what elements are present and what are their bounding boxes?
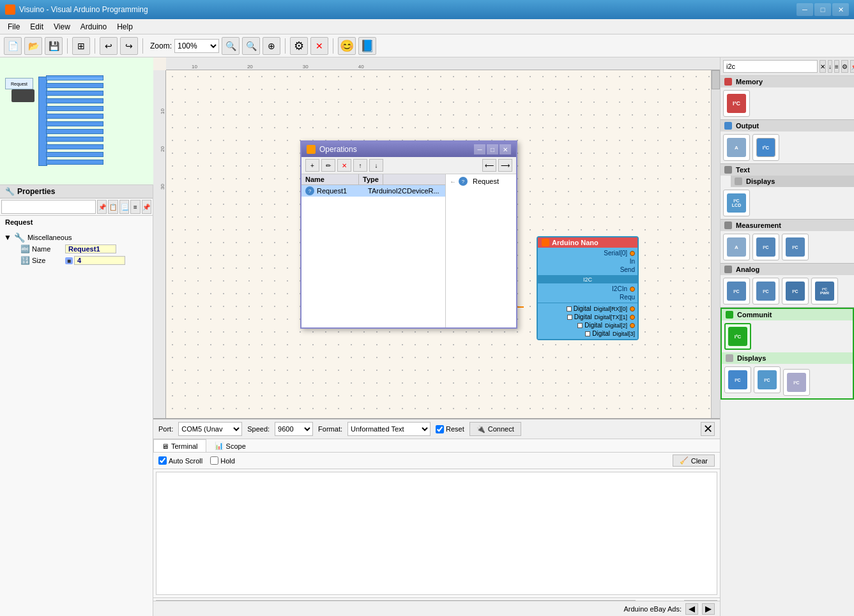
component-search-input[interactable] [723,60,818,73]
zoom-out-button[interactable]: 🔍 [242,37,260,55]
props-copy-btn[interactable]: 📋 [108,200,118,214]
output-analog-item[interactable]: A [723,134,750,161]
menu-view[interactable]: View [49,21,75,33]
section-displays-title[interactable]: Displays [731,176,854,187]
hold-checkbox[interactable] [210,456,218,465]
open-button[interactable]: 📂 [24,37,42,55]
digital-rx-check[interactable] [567,306,572,312]
arduino-nano-component[interactable]: Arduino Nano Serial[0] In Send I2C [537,236,639,340]
dialog-down-btn[interactable]: ↓ [369,159,383,172]
ads-next-btn[interactable]: ▶ [702,603,715,615]
save-button[interactable]: 💾 [45,37,63,55]
dialog-row-0[interactable]: ? Request1 TArduinoI2CDeviceR... [301,185,445,197]
comm-disp-2-item[interactable]: I²C [754,366,781,393]
zoom-fit-button[interactable]: ⊕ [263,37,280,55]
minimize-button[interactable]: ─ [797,3,813,16]
props-pin-btn[interactable]: 📌 [97,200,107,214]
section-text-title[interactable]: Text [721,164,854,176]
section-memory-title[interactable]: Memory [721,76,854,87]
dialog-maximize-btn[interactable]: □ [487,144,498,154]
dialog-close-btn[interactable]: ✕ [499,144,511,154]
props-search-input[interactable] [1,200,96,214]
analog-i2c1-item[interactable]: I²C [723,278,750,304]
dialog-title-left: Operations [307,145,357,154]
dialog-up-btn[interactable]: ↑ [353,159,367,172]
dialog-edit-btn[interactable]: ✏ [321,159,335,172]
section-analog-title[interactable]: Analog [721,264,854,275]
search-filter-btn[interactable]: ≡ [834,60,839,73]
serial-output[interactable] [156,472,717,595]
ads-prev-btn[interactable]: ◀ [685,603,698,615]
menu-help[interactable]: Help [112,21,138,33]
undo-button[interactable]: ↩ [100,37,118,55]
dialog-minimize-btn[interactable]: ─ [474,144,485,154]
grid-button[interactable]: ⊞ [72,37,90,55]
preview-line-4 [46,98,103,103]
dialog-insert-btn[interactable]: ⟶ [498,159,512,172]
tab-terminal[interactable]: 🖥 Terminal [153,439,206,452]
meas-analog-item[interactable]: A [723,234,750,260]
text-i2c-lcd-item[interactable]: I²CLCD [723,190,750,216]
props-list-btn[interactable]: ≡ [130,200,140,214]
arduino-send-port: Send [538,266,637,274]
autoscroll-checkbox[interactable] [158,456,167,465]
digital-2-check[interactable] [577,323,583,328]
analog-i2c1-icon: I²C [727,282,746,301]
redo-button[interactable]: ↪ [120,37,138,55]
analog-i2c3-item[interactable]: I²C [782,278,809,304]
comm-disp-3-item[interactable]: I²C [783,369,810,396]
section-output-title[interactable]: Output [721,120,854,131]
clear-button[interactable]: 🧹 Clear [673,454,715,467]
compile-button[interactable]: ⚙ [290,37,308,55]
section-comm-displays-title[interactable]: Displays [722,352,853,364]
help-btn[interactable]: 📘 [358,37,376,55]
output-i2c-item[interactable]: I²C [752,134,779,161]
dialog-title-bar[interactable]: Operations ─ □ ✕ [301,142,516,157]
dialog-delete-btn[interactable]: ✕ [337,159,351,172]
analog-i2c4-item[interactable]: I²CPWR [811,278,838,304]
preview-line-3 [46,91,103,96]
digital-2-label: Digital[2] [605,322,627,329]
text-display-items: I²CLCD [721,187,854,219]
digital-tx-label: Digital[TX][1] [594,314,627,320]
digital-3-check[interactable] [585,331,590,336]
meas-i2c1-item[interactable]: I²C [752,234,779,260]
search-clear-btn[interactable]: ✕ [820,60,826,73]
connect-button[interactable]: 🔌 Connect [469,422,521,436]
section-measurement-title[interactable]: Measurement [721,220,854,231]
tab-scope[interactable]: 📊 Scope [206,439,254,452]
dialog-move-btn[interactable]: ⟵ [482,159,496,172]
port-select[interactable]: COM5 (Unav [178,422,242,436]
app-icon [5,4,15,15]
section-community-title[interactable]: Communit [722,309,853,320]
digital-tx-check[interactable] [567,315,572,320]
close-button[interactable]: ✕ [832,3,849,16]
analog-i2c2-item[interactable]: I²C [752,278,779,304]
scroll-v-thumb[interactable] [712,70,720,89]
maximize-button[interactable]: □ [814,3,831,16]
properties-label: Properties [17,187,55,196]
reset-checkbox[interactable] [436,425,444,433]
menu-file[interactable]: File [3,21,25,33]
disconnect-button[interactable]: ✕ [701,422,715,436]
new-button[interactable]: 📄 [4,37,22,55]
format-select[interactable]: Unformatted Text Hex [347,422,431,436]
menu-edit[interactable]: Edit [25,21,49,33]
zoom-select[interactable]: 100% 75% 125% [174,39,219,53]
community-i2c-item[interactable]: I²C [724,323,751,350]
stop-button[interactable]: ✕ [310,37,328,55]
search-expand-btn[interactable]: ↓ [828,60,832,73]
zoom-in-button[interactable]: 🔍 [222,37,240,55]
dialog-add-btn[interactable]: + [305,159,319,172]
props-paste-btn[interactable]: 📃 [119,200,129,214]
menu-arduino[interactable]: Arduino [75,21,112,33]
visuino-btn[interactable]: 😊 [338,37,356,55]
preview-line-5 [46,106,103,111]
search-pin-btn[interactable]: 📌 [850,60,854,73]
search-settings-btn[interactable]: ⚙ [841,60,848,73]
comm-disp-1-item[interactable]: I²C [724,366,751,393]
memory-i2c-item[interactable]: I²C [723,90,750,117]
props-pin2-btn[interactable]: 📌 [142,200,151,214]
speed-select[interactable]: 9600 115200 [275,422,313,436]
meas-i2c2-item[interactable]: I²C [782,234,809,260]
